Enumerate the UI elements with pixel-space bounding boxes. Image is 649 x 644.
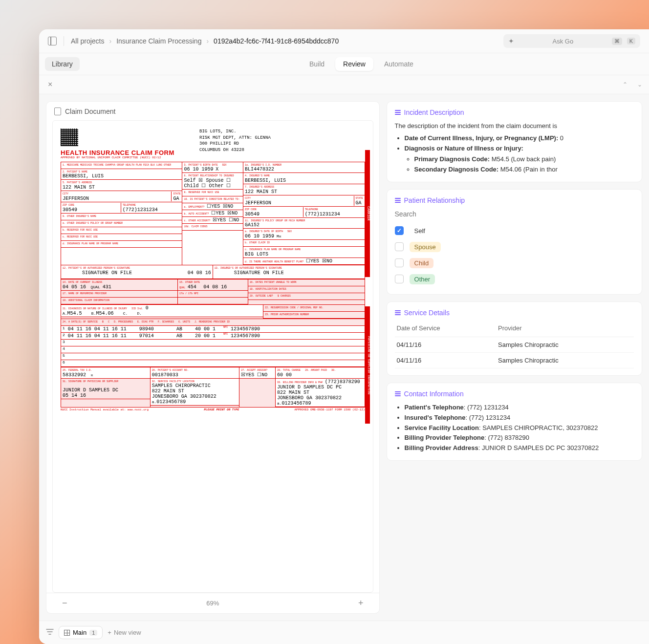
service-panel: Service Details Date of Service Provider… bbox=[387, 301, 642, 376]
chevron-up-icon[interactable]: ⌃ bbox=[623, 81, 627, 88]
sparkle-icon: ✦ bbox=[508, 37, 514, 45]
checkbox-child[interactable] bbox=[395, 258, 404, 267]
payer-address: BIG LOTS, INC. RISK MGT DEPT, ATTN: GLEN… bbox=[199, 129, 271, 153]
bottombar: Main 1 + New view bbox=[39, 621, 649, 644]
list-icon bbox=[395, 310, 401, 315]
option-label: Child bbox=[410, 258, 434, 268]
shortcut-k: K bbox=[627, 38, 635, 44]
claim-form-image: BIG LOTS, INC. RISK MGT DEPT, ATTN: GLEN… bbox=[53, 121, 373, 419]
relationship-search-input[interactable] bbox=[395, 209, 634, 223]
option-label: Other bbox=[410, 274, 435, 284]
filter-icon[interactable] bbox=[46, 628, 54, 637]
chevron-right-icon: › bbox=[206, 37, 209, 45]
supplier-strip: PHYSICIAN OR SUPPLIER INFORMATION bbox=[365, 306, 370, 424]
option-child[interactable]: Child bbox=[395, 255, 634, 271]
list-icon bbox=[395, 110, 401, 115]
ask-placeholder: Ask Go bbox=[519, 38, 607, 45]
list-icon bbox=[395, 198, 401, 203]
breadcrumb-project[interactable]: Insurance Claim Processing bbox=[116, 37, 201, 45]
library-button[interactable]: Library bbox=[45, 57, 80, 71]
option-label: Spouse bbox=[410, 242, 441, 252]
secondbar: Library Build Review Automate bbox=[39, 53, 649, 75]
document-viewer[interactable]: BIG LOTS, INC. RISK MGT DEPT, ATTN: GLEN… bbox=[52, 120, 373, 593]
incident-body: The description of the incident from the… bbox=[395, 121, 634, 175]
grid-icon bbox=[64, 630, 70, 636]
zoom-in-button[interactable]: + bbox=[354, 598, 368, 608]
incident-panel: Incident Description The description of … bbox=[387, 101, 642, 182]
mode-tabs: Build Review Automate bbox=[80, 57, 643, 71]
option-self[interactable]: Self bbox=[395, 223, 634, 239]
new-view-button[interactable]: + New view bbox=[108, 629, 141, 636]
shortcut-cmd: ⌘ bbox=[612, 38, 622, 45]
col-date: Date of Service bbox=[395, 322, 497, 337]
checkbox-other[interactable] bbox=[395, 275, 404, 283]
close-icon[interactable]: × bbox=[46, 78, 54, 91]
tab-review[interactable]: Review bbox=[335, 57, 373, 71]
breadcrumb: All projects › Insurance Claim Processin… bbox=[71, 37, 497, 45]
checkbox-self[interactable] bbox=[395, 226, 404, 235]
view-label: Main bbox=[73, 629, 87, 636]
tab-build[interactable]: Build bbox=[302, 57, 332, 71]
option-label: Self bbox=[410, 226, 430, 236]
relationship-panel: Patient Relationship Self Spouse Child bbox=[387, 189, 642, 295]
breadcrumb-root[interactable]: All projects bbox=[71, 37, 104, 45]
contact-body: Patient's Telephone: (772) 1231234 Insur… bbox=[395, 403, 634, 453]
service-table: Date of Service Provider 04/11/16Samples… bbox=[395, 322, 634, 368]
view-chip-main[interactable]: Main 1 bbox=[59, 626, 103, 639]
divider bbox=[64, 36, 64, 46]
ask-go-input[interactable]: ✦ Ask Go ⌘ K bbox=[503, 34, 640, 48]
document-title: Claim Document bbox=[65, 107, 115, 115]
relationship-title: Patient Relationship bbox=[395, 196, 634, 204]
tab-automate[interactable]: Automate bbox=[376, 57, 421, 71]
zoom-level: 69% bbox=[206, 600, 219, 607]
document-panel-header: Claim Document bbox=[46, 102, 379, 120]
table-row[interactable]: 04/11/16Samples Chiropractic bbox=[395, 352, 634, 368]
col-provider: Provider bbox=[496, 322, 634, 337]
incident-title: Incident Description bbox=[395, 108, 634, 116]
content-area: Claim Document BIG LOTS, INC. RISK MGT D… bbox=[39, 94, 649, 621]
details-column: Incident Description The description of … bbox=[387, 101, 642, 614]
plus-icon: + bbox=[108, 629, 111, 636]
topbar: All projects › Insurance Claim Processin… bbox=[39, 29, 649, 53]
zoom-out-button[interactable]: − bbox=[58, 598, 71, 608]
app-window: All projects › Insurance Claim Processin… bbox=[39, 29, 649, 644]
document-panel: Claim Document BIG LOTS, INC. RISK MGT D… bbox=[46, 101, 380, 614]
contact-panel: Contact Information Patient's Telephone:… bbox=[387, 383, 642, 461]
table-row[interactable]: 04/11/16Samples Chiropractic bbox=[395, 337, 634, 352]
sidebar-toggle-icon[interactable] bbox=[48, 37, 57, 45]
chevron-down-icon[interactable]: ⌄ bbox=[637, 81, 642, 88]
checkbox-spouse[interactable] bbox=[395, 242, 404, 251]
list-icon bbox=[395, 391, 401, 396]
service-title: Service Details bbox=[395, 309, 634, 317]
qr-code bbox=[61, 129, 78, 146]
option-other[interactable]: Other bbox=[395, 271, 634, 287]
subbar: × ⌃ ⌄ bbox=[39, 75, 649, 94]
option-spouse[interactable]: Spouse bbox=[395, 239, 634, 255]
breadcrumb-current: 0192a4b2-fc6c-7f41-91c8-6954bddcc870 bbox=[214, 37, 339, 45]
carrier-strip: CARRIER bbox=[365, 150, 370, 277]
zoom-bar: − 69% + bbox=[46, 593, 379, 613]
contact-title: Contact Information bbox=[395, 390, 634, 398]
document-icon bbox=[54, 107, 61, 115]
form-subtitle: APPROVED BY NATIONAL UNIFORM CLAIM COMMI… bbox=[61, 156, 365, 160]
view-count: 1 bbox=[89, 630, 97, 636]
chevron-right-icon: › bbox=[109, 37, 111, 45]
nav-chevrons: ⌃ ⌄ bbox=[623, 81, 642, 88]
